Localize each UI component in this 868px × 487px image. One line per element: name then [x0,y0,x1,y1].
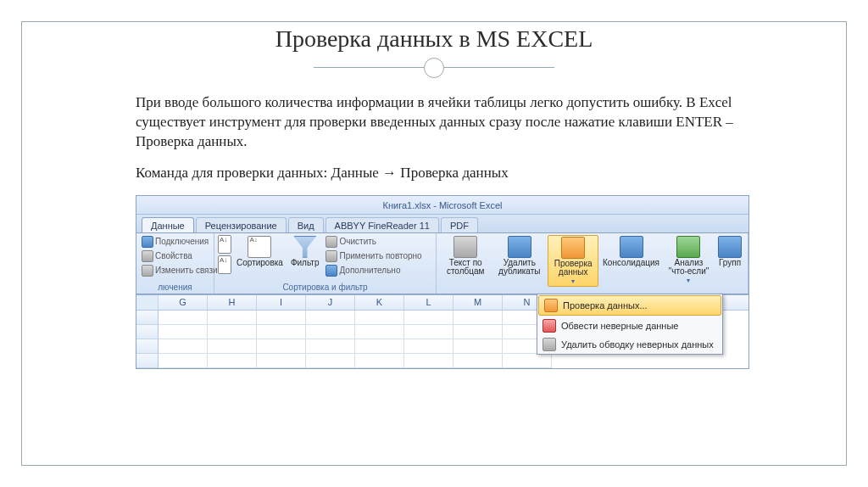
excel-titlebar: Книга1.xlsx - Microsoft Excel [136,196,748,215]
group-connections-label: лючения [140,282,210,294]
title-ornament [34,58,834,78]
data-validation-button[interactable]: Проверка данных ▾ [548,235,598,287]
circle-invalid-icon [542,319,556,333]
dd-circle-invalid[interactable]: Обвести неверные данные [537,316,722,335]
group-btn-label: Групп [719,259,741,268]
select-all-corner[interactable] [136,295,159,310]
properties-button[interactable]: Свойства [140,249,220,263]
consolidate-button[interactable]: Консолидация [600,235,662,269]
ribbon-tabs: Данные Рецензирование Вид ABBYY FineRead… [136,215,748,233]
filter-label: Фильтр [291,259,320,268]
sort-asc-icon[interactable] [218,235,231,254]
remove-dup-label: Удалить дубликаты [495,259,543,277]
tab-pdf[interactable]: PDF [441,217,478,232]
text-to-cols-label: Текст по столбцам [442,259,488,277]
sort-label: Сортировка [236,259,283,268]
clear-circles-icon [542,338,556,351]
col-head[interactable]: H [208,295,257,310]
col-head[interactable]: L [404,295,453,310]
dd-validation-label: Проверка данных... [563,300,648,311]
paragraph-1: При вводе большого количества информации… [136,93,749,152]
reapply-button[interactable]: Применить повторно [324,249,423,263]
tab-review[interactable]: Рецензирование [196,217,287,232]
advanced-filter-button[interactable]: Дополнительно [324,264,423,277]
edit-links-button[interactable]: Изменить связи [140,264,220,277]
validation-icon [544,299,558,312]
text-to-columns-button[interactable]: Текст по столбцам [440,235,491,277]
reapply-label: Применить повторно [339,251,421,260]
edit-links-label: Изменить связи [155,266,218,275]
dd-clear-label: Удалить обводку неверных данных [561,339,714,350]
dd-validation[interactable]: Проверка данных... [538,295,721,316]
sort-desc-icon[interactable] [218,255,231,274]
what-if-button[interactable]: Анализ "что-если" ▾ [664,235,714,285]
sort-button[interactable]: Сортировка [234,235,286,269]
chevron-down-icon: ▾ [571,278,575,285]
validation-label: Проверка данных [551,260,595,277]
ribbon: Подключения Свойства Изменить связи люче… [136,233,748,294]
connections-label: Подключения [155,237,209,246]
dd-clear-circles[interactable]: Удалить обводку неверных данных [537,335,722,354]
col-head[interactable]: K [355,295,404,310]
col-head[interactable]: G [159,295,208,310]
dd-circle-label: Обвести неверные данные [561,321,678,331]
tab-view[interactable]: Вид [288,217,324,232]
col-head[interactable]: I [257,295,306,310]
paragraph-2: Команда для проверки данных: Данные → Пр… [136,164,749,183]
whatif-label: Анализ "что-если" [666,259,711,277]
filter-button[interactable]: Фильтр [288,235,322,269]
validation-dropdown: Проверка данных... Обвести неверные данн… [537,294,723,355]
excel-screenshot: Книга1.xlsx - Microsoft Excel Данные Рец… [136,195,749,369]
clear-filter-button[interactable]: Очистить [324,235,423,249]
group-button[interactable]: Групп [715,235,744,269]
chevron-down-icon: ▾ [687,277,690,284]
tab-abbyy[interactable]: ABBYY FineReader 11 [326,217,439,232]
tab-data[interactable]: Данные [142,217,194,232]
remove-duplicates-button[interactable]: Удалить дубликаты [492,235,546,277]
advanced-label: Дополнительно [339,266,400,275]
slide-title: Проверка данных в MS EXCEL [34,25,834,53]
clear-label: Очистить [339,237,376,246]
group-sort-label: Сортировка и фильтр [218,282,432,294]
grid-row [136,354,748,368]
connections-button[interactable]: Подключения [140,235,220,249]
properties-label: Свойства [155,251,192,260]
col-head[interactable]: J [306,295,355,310]
col-head[interactable]: M [453,295,503,310]
consolidate-label: Консолидация [603,259,659,268]
